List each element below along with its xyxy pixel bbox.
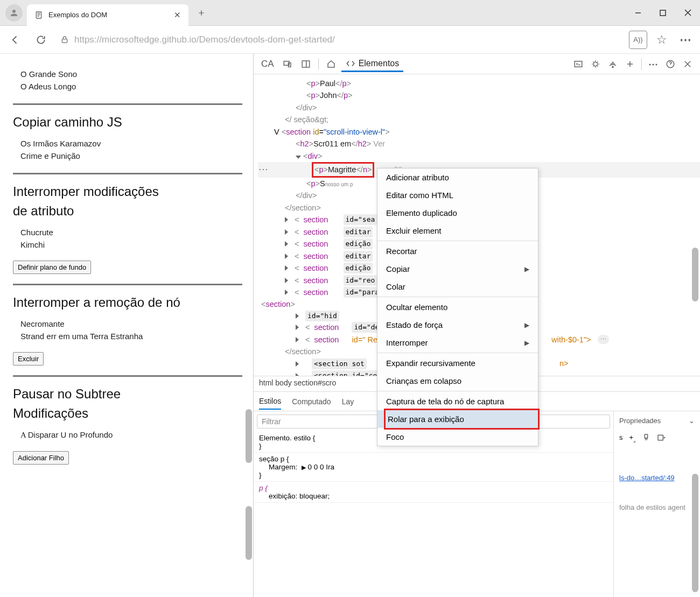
close-devtools-icon[interactable] [680, 57, 696, 71]
favorite-button[interactable]: ☆ [653, 31, 671, 49]
svg-point-7 [593, 62, 598, 66]
css-rule[interactable]: p { exibição: bloquear; [254, 482, 613, 503]
add-tab-icon[interactable] [622, 57, 638, 71]
ctx-paste[interactable]: Colar [377, 278, 538, 296]
list-4: A Disparar U no Profundo [13, 425, 242, 448]
ctx-duplicate[interactable]: Elemento duplicado [377, 204, 538, 222]
devtools-toolbar: CA Elementos ⋯ [254, 54, 700, 74]
heading-pause-subtree-1: Pausar no Subtree [13, 387, 242, 402]
list-0: O Grande Sono O Adeus Longo [13, 65, 242, 99]
lock-icon [60, 35, 69, 45]
heading-break-node-removal: Interromper a remoção de nó [13, 295, 242, 310]
heading-break-attr-2: de atributo [13, 203, 242, 219]
heading-pause-subtree-2: Modificações [13, 406, 242, 421]
svg-rect-10 [645, 434, 647, 438]
list-item: A Disparar U no Profundo [20, 429, 242, 441]
add-child-button[interactable]: Adicionar Filho [13, 451, 69, 465]
address-bar: https://microsoftedge.github.io/Demos/de… [0, 26, 700, 54]
more-button[interactable]: ⋯ [676, 31, 695, 49]
tab-computed[interactable]: Computado [292, 394, 331, 409]
ctx-break-on[interactable]: Interromper▶ [377, 334, 538, 352]
divider [13, 284, 242, 285]
url-field[interactable]: https://microsoftedge.github.io/Demos/de… [57, 34, 622, 45]
ctx-scroll-into-view[interactable]: Rolar para a exibição [377, 410, 538, 428]
list-item: O Adeus Longo [20, 80, 242, 93]
ctx-screenshot[interactable]: Captura de tela do nó de captura [377, 392, 538, 410]
help-icon[interactable] [662, 57, 678, 71]
scrollbar[interactable] [246, 409, 252, 463]
list-item: O Grande Sono [20, 68, 242, 80]
issues-icon[interactable] [587, 57, 604, 71]
ctx-focus[interactable]: Foco [377, 428, 538, 446]
ctx-hide[interactable]: Ocultar elemento [377, 298, 538, 316]
ctx-collapse[interactable]: Crianças em colapso [377, 372, 538, 390]
read-aloud-button[interactable]: A)) [629, 31, 647, 49]
device-toggle-icon[interactable] [279, 57, 296, 71]
dock-icon[interactable] [298, 57, 314, 71]
inspect-mode-label[interactable]: CA [258, 59, 277, 69]
ctx-add-attribute[interactable]: Adicionar atributo [377, 168, 538, 186]
scrollbar[interactable] [246, 506, 252, 560]
list-item: Necromante [20, 318, 242, 330]
close-window-button[interactable] [675, 2, 700, 24]
elements-tab[interactable]: Elementos [341, 55, 404, 72]
ctx-force-state[interactable]: Estado de força▶ [377, 316, 538, 334]
brush-icon[interactable] [642, 433, 650, 444]
list-item: Strand err em uma Terra Estranha [20, 330, 242, 342]
context-menu: Adicionar atributo Editar como HTML Elem… [377, 168, 538, 446]
page-content: O Grande Sono O Adeus Longo Copiar camin… [0, 54, 253, 597]
s-label: s [619, 433, 623, 444]
refresh-button[interactable] [31, 30, 51, 50]
window-titlebar: Exemplos do DOM ✕ [0, 0, 700, 26]
list-2: Chucrute Kimchi [13, 223, 242, 257]
list-3: Necromante Strand err em uma Terra Estra… [13, 314, 242, 349]
scrollbar[interactable] [692, 474, 698, 592]
svg-point-8 [612, 66, 613, 67]
list-item: Os Irmãos Karamazov [20, 137, 242, 150]
back-button[interactable] [5, 30, 25, 50]
list-item: Crime e Punição [20, 150, 242, 162]
svg-rect-6 [575, 61, 582, 67]
dom-actions-icon[interactable]: ⋯ [258, 162, 269, 177]
tab-layout[interactable]: Lay [342, 394, 354, 409]
chevron-down-icon[interactable]: ⌄ [689, 417, 695, 425]
source-link[interactable]: ls-do…started/:49 [619, 474, 695, 482]
delete-button[interactable]: Excluir [13, 352, 44, 366]
agent-stylesheet-label: folha de estilos agent [619, 503, 695, 511]
set-background-button[interactable]: Definir plano de fundo [13, 261, 91, 274]
styles-sidebar: Propriedades ⌄ s +⌟ ls-do…started/:49 fo… [614, 411, 700, 597]
svg-rect-2 [62, 39, 67, 43]
panel-toggle-icon[interactable] [657, 433, 666, 444]
network-icon[interactable] [605, 57, 621, 71]
code-icon [346, 59, 355, 68]
tab-title: Exemplos do DOM [48, 11, 107, 19]
browser-tab[interactable]: Exemplos do DOM ✕ [27, 4, 188, 26]
scrollbar[interactable] [692, 248, 698, 301]
ctx-cut[interactable]: Recortar [377, 242, 538, 260]
heading-break-attr-1: Interromper modificações [13, 184, 242, 199]
divider [13, 173, 242, 174]
svg-rect-11 [658, 435, 663, 440]
list-1: Os Irmãos Karamazov Crime e Punição [13, 134, 242, 168]
dom-close-div: </div> [258, 102, 700, 114]
list-item: Chucrute [20, 226, 242, 238]
maximize-button[interactable] [650, 2, 675, 24]
console-icon[interactable] [570, 57, 586, 71]
new-tab-button[interactable] [193, 4, 210, 22]
tab-styles[interactable]: Estilos [259, 394, 281, 410]
css-rule[interactable]: seção p { Margem: ▶ 0 0 0 Ira } [254, 453, 613, 482]
ctx-delete[interactable]: Excluir element [377, 222, 538, 240]
profile-avatar[interactable] [5, 4, 23, 22]
more-tools-icon[interactable]: ⋯ [645, 56, 661, 72]
page-icon [34, 11, 43, 19]
new-style-icon[interactable]: +⌟ [629, 433, 636, 444]
ctx-edit-html[interactable]: Editar como HTML [377, 186, 538, 204]
minimize-button[interactable] [626, 2, 650, 24]
ctx-copy[interactable]: Copiar▶ [377, 260, 538, 278]
tab-close-icon[interactable]: ✕ [174, 10, 181, 20]
properties-label[interactable]: Propriedades [619, 417, 661, 425]
ctx-expand[interactable]: Expandir recursivamente [377, 354, 538, 372]
welcome-tab-icon[interactable] [323, 57, 339, 71]
url-host: https://microsoftedge.github.io/Demos/de… [74, 34, 335, 45]
divider [13, 375, 242, 377]
